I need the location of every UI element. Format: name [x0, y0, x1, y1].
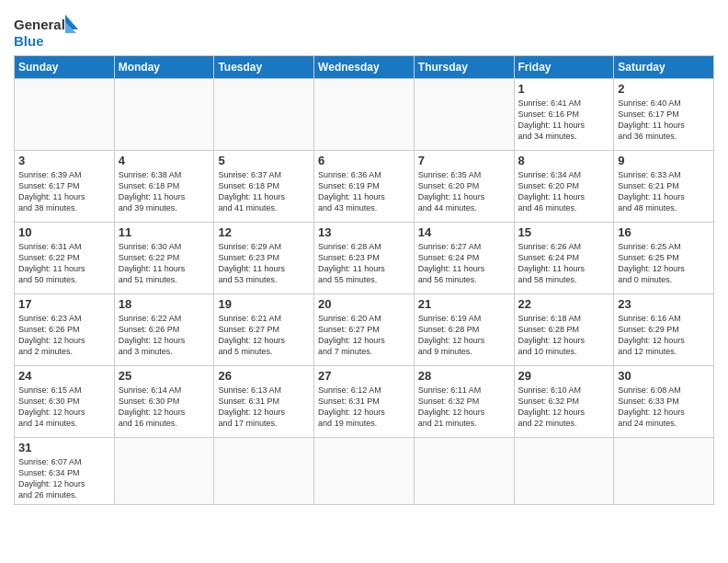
day-number: 18 — [119, 297, 210, 311]
day-number: 8 — [518, 154, 610, 167]
day-number: 5 — [218, 154, 310, 167]
calendar-cell: 6Sunrise: 6:36 AM Sunset: 6:19 PM Daylig… — [314, 151, 415, 223]
calendar-cell: 23Sunrise: 6:16 AM Sunset: 6:29 PM Dayli… — [614, 294, 714, 366]
calendar-cell: 24Sunrise: 6:15 AM Sunset: 6:30 PM Dayli… — [15, 366, 115, 438]
day-info: Sunrise: 6:27 AM Sunset: 6:24 PM Dayligh… — [418, 241, 510, 286]
calendar-week-5: 24Sunrise: 6:15 AM Sunset: 6:30 PM Dayli… — [15, 366, 714, 438]
calendar-cell: 21Sunrise: 6:19 AM Sunset: 6:28 PM Dayli… — [414, 294, 514, 366]
calendar-cell: 28Sunrise: 6:11 AM Sunset: 6:32 PM Dayli… — [414, 366, 514, 438]
day-header-saturday: Saturday — [614, 56, 714, 79]
day-info: Sunrise: 6:29 AM Sunset: 6:23 PM Dayligh… — [218, 241, 310, 286]
calendar-cell: 5Sunrise: 6:37 AM Sunset: 6:18 PM Daylig… — [214, 151, 314, 223]
calendar-cell: 4Sunrise: 6:38 AM Sunset: 6:18 PM Daylig… — [114, 151, 214, 223]
day-info: Sunrise: 6:30 AM Sunset: 6:22 PM Dayligh… — [119, 241, 210, 286]
calendar-cell — [414, 79, 514, 151]
day-number: 17 — [18, 297, 110, 311]
day-number: 30 — [618, 369, 710, 383]
calendar-cell: 1Sunrise: 6:41 AM Sunset: 6:16 PM Daylig… — [514, 79, 614, 151]
day-number: 29 — [518, 369, 610, 383]
calendar-week-2: 3Sunrise: 6:39 AM Sunset: 6:17 PM Daylig… — [15, 151, 714, 223]
day-info: Sunrise: 6:25 AM Sunset: 6:25 PM Dayligh… — [618, 241, 710, 286]
calendar-cell — [114, 79, 214, 151]
day-info: Sunrise: 6:16 AM Sunset: 6:29 PM Dayligh… — [618, 313, 710, 358]
logo: GeneralBlue — [14, 13, 87, 50]
day-number: 6 — [318, 154, 410, 167]
header: GeneralBlue — [14, 9, 714, 50]
calendar-cell: 20Sunrise: 6:20 AM Sunset: 6:27 PM Dayli… — [314, 294, 415, 366]
calendar-cell: 10Sunrise: 6:31 AM Sunset: 6:22 PM Dayli… — [15, 223, 115, 294]
svg-text:General: General — [14, 17, 65, 32]
day-info: Sunrise: 6:26 AM Sunset: 6:24 PM Dayligh… — [518, 241, 610, 286]
day-info: Sunrise: 6:15 AM Sunset: 6:30 PM Dayligh… — [18, 385, 110, 430]
day-number: 25 — [119, 369, 210, 383]
calendar-cell — [214, 438, 314, 505]
calendar-cell: 3Sunrise: 6:39 AM Sunset: 6:17 PM Daylig… — [15, 151, 115, 223]
day-number: 3 — [18, 154, 110, 167]
day-info: Sunrise: 6:41 AM Sunset: 6:16 PM Dayligh… — [518, 98, 610, 143]
calendar-week-1: 1Sunrise: 6:41 AM Sunset: 6:16 PM Daylig… — [15, 79, 714, 151]
calendar-cell — [314, 438, 415, 505]
day-number: 26 — [218, 369, 310, 383]
calendar-cell — [514, 438, 614, 505]
day-header-thursday: Thursday — [414, 56, 514, 79]
day-number: 9 — [618, 154, 710, 167]
day-number: 22 — [518, 297, 610, 311]
calendar-cell — [15, 79, 115, 151]
calendar-cell: 14Sunrise: 6:27 AM Sunset: 6:24 PM Dayli… — [414, 223, 514, 294]
day-info: Sunrise: 6:23 AM Sunset: 6:26 PM Dayligh… — [18, 313, 110, 358]
calendar-cell: 2Sunrise: 6:40 AM Sunset: 6:17 PM Daylig… — [614, 79, 714, 151]
day-info: Sunrise: 6:20 AM Sunset: 6:27 PM Dayligh… — [318, 313, 410, 358]
day-info: Sunrise: 6:12 AM Sunset: 6:31 PM Dayligh… — [318, 385, 410, 430]
day-number: 24 — [18, 369, 110, 383]
day-info: Sunrise: 6:33 AM Sunset: 6:21 PM Dayligh… — [618, 169, 710, 214]
calendar-cell: 19Sunrise: 6:21 AM Sunset: 6:27 PM Dayli… — [214, 294, 314, 366]
calendar-cell: 13Sunrise: 6:28 AM Sunset: 6:23 PM Dayli… — [314, 223, 415, 294]
day-header-sunday: Sunday — [15, 56, 115, 79]
day-header-monday: Monday — [114, 56, 214, 79]
calendar-cell: 31Sunrise: 6:07 AM Sunset: 6:34 PM Dayli… — [15, 438, 115, 505]
calendar-cell — [614, 438, 714, 505]
day-info: Sunrise: 6:14 AM Sunset: 6:30 PM Dayligh… — [119, 385, 210, 430]
day-info: Sunrise: 6:22 AM Sunset: 6:26 PM Dayligh… — [119, 313, 210, 358]
day-info: Sunrise: 6:18 AM Sunset: 6:28 PM Dayligh… — [518, 313, 610, 358]
day-number: 20 — [318, 297, 410, 311]
calendar-week-6: 31Sunrise: 6:07 AM Sunset: 6:34 PM Dayli… — [15, 438, 714, 505]
day-info: Sunrise: 6:10 AM Sunset: 6:32 PM Dayligh… — [518, 385, 610, 430]
calendar-cell: 27Sunrise: 6:12 AM Sunset: 6:31 PM Dayli… — [314, 366, 415, 438]
calendar-cell — [214, 79, 314, 151]
day-info: Sunrise: 6:35 AM Sunset: 6:20 PM Dayligh… — [418, 169, 510, 214]
calendar-cell: 16Sunrise: 6:25 AM Sunset: 6:25 PM Dayli… — [614, 223, 714, 294]
calendar-cell — [314, 79, 415, 151]
day-info: Sunrise: 6:40 AM Sunset: 6:17 PM Dayligh… — [618, 98, 710, 143]
calendar-cell: 11Sunrise: 6:30 AM Sunset: 6:22 PM Dayli… — [114, 223, 214, 294]
day-number: 31 — [18, 441, 110, 454]
day-number: 19 — [218, 297, 310, 311]
day-info: Sunrise: 6:39 AM Sunset: 6:17 PM Dayligh… — [18, 169, 110, 214]
day-number: 11 — [119, 225, 210, 239]
day-number: 28 — [418, 369, 510, 383]
calendar-cell: 26Sunrise: 6:13 AM Sunset: 6:31 PM Dayli… — [214, 366, 314, 438]
day-number: 16 — [618, 225, 710, 239]
calendar-cell: 17Sunrise: 6:23 AM Sunset: 6:26 PM Dayli… — [15, 294, 115, 366]
day-number: 14 — [418, 225, 510, 239]
calendar-cell: 7Sunrise: 6:35 AM Sunset: 6:20 PM Daylig… — [414, 151, 514, 223]
day-number: 21 — [418, 297, 510, 311]
day-info: Sunrise: 6:13 AM Sunset: 6:31 PM Dayligh… — [218, 385, 310, 430]
calendar-cell: 29Sunrise: 6:10 AM Sunset: 6:32 PM Dayli… — [514, 366, 614, 438]
day-info: Sunrise: 6:37 AM Sunset: 6:18 PM Dayligh… — [218, 169, 310, 214]
calendar-week-3: 10Sunrise: 6:31 AM Sunset: 6:22 PM Dayli… — [15, 223, 714, 294]
calendar-week-4: 17Sunrise: 6:23 AM Sunset: 6:26 PM Dayli… — [15, 294, 714, 366]
day-number: 4 — [119, 154, 210, 167]
calendar-cell: 30Sunrise: 6:08 AM Sunset: 6:33 PM Dayli… — [614, 366, 714, 438]
day-number: 12 — [218, 225, 310, 239]
day-info: Sunrise: 6:08 AM Sunset: 6:33 PM Dayligh… — [618, 385, 710, 430]
calendar-cell: 25Sunrise: 6:14 AM Sunset: 6:30 PM Dayli… — [114, 366, 214, 438]
calendar-table: SundayMondayTuesdayWednesdayThursdayFrid… — [14, 55, 714, 505]
day-info: Sunrise: 6:31 AM Sunset: 6:22 PM Dayligh… — [18, 241, 110, 286]
day-info: Sunrise: 6:07 AM Sunset: 6:34 PM Dayligh… — [18, 456, 110, 501]
calendar-cell: 15Sunrise: 6:26 AM Sunset: 6:24 PM Dayli… — [514, 223, 614, 294]
day-number: 7 — [418, 154, 510, 167]
day-number: 1 — [518, 82, 610, 96]
day-info: Sunrise: 6:34 AM Sunset: 6:20 PM Dayligh… — [518, 169, 610, 214]
day-info: Sunrise: 6:11 AM Sunset: 6:32 PM Dayligh… — [418, 385, 510, 430]
